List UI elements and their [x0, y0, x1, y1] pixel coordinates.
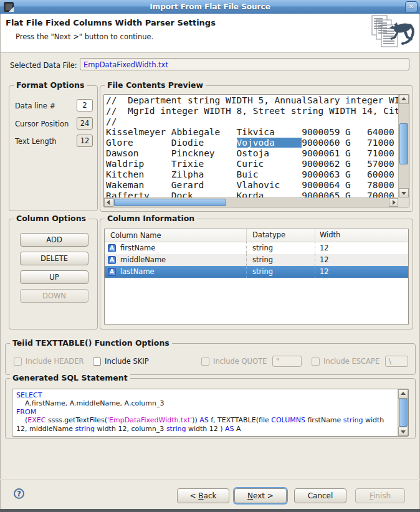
next-button[interactable]: Next >: [234, 488, 287, 503]
table-row-firstname[interactable]: AfirstName string 12: [105, 242, 408, 254]
text-length-row: Text Length 12: [15, 136, 93, 148]
texttable-options-title: Teiid TEXTTABLE() Function Options: [10, 338, 172, 348]
include-header-checkbox: Include HEADER: [14, 356, 84, 367]
text-length-field: 12: [77, 135, 93, 147]
button-mnemonic: B: [198, 491, 203, 500]
down-button: DOWN: [20, 289, 88, 303]
page-title: Flat File Fixed Columns Width Parser Set…: [6, 18, 216, 27]
file-preview-group: File Contents Preview // Department stri…: [100, 85, 413, 212]
datatype-cell: string: [247, 266, 315, 278]
table-row-middlename[interactable]: AmiddleName string 12: [105, 254, 408, 266]
arrow-down-icon: [401, 430, 406, 434]
width-cell: 12: [315, 254, 408, 266]
sql-statement-box[interactable]: SELECT A.firstName, A.middleName, A.colu…: [12, 389, 409, 437]
cursor-position-row: Cursor Position 24: [15, 118, 93, 130]
scroll-up-button[interactable]: [398, 389, 408, 399]
include-quote-label: Include QUOTE: [213, 356, 267, 367]
column-name-cell: firstName: [120, 242, 155, 254]
back-button[interactable]: < Back: [177, 488, 229, 503]
scroll-down-button[interactable]: [398, 427, 408, 436]
window-bottom-edge: [0, 509, 420, 512]
button-label-part: ack: [204, 491, 217, 500]
string-type-icon: A: [108, 256, 116, 264]
table-row-lastname-selected[interactable]: AlastName string 12: [105, 266, 408, 278]
column-options-title: Column Options: [14, 214, 88, 223]
checkbox-icon: [312, 358, 320, 366]
button-mnemonic: N: [247, 491, 253, 500]
arrow-up-icon: [401, 97, 406, 100]
arrow-down-icon: [401, 192, 406, 195]
sql-scrollbar-thumb[interactable]: [399, 399, 408, 427]
column-name-header: Column Name: [105, 229, 247, 242]
texttable-options-group: Teiid TEXTTABLE() Function Options Inclu…: [5, 343, 416, 375]
width-cell: 12: [315, 266, 408, 278]
window-title: Import From Flat File Source: [0, 0, 420, 14]
format-options-title: Format Options: [14, 80, 87, 90]
file-preview-title: File Contents Preview: [105, 80, 206, 90]
help-button[interactable]: ?: [14, 488, 24, 499]
selected-data-file-label: Selected Data File:: [10, 61, 77, 70]
preview-vertical-scrollbar[interactable]: [398, 95, 409, 197]
width-header: Width: [315, 229, 408, 242]
file-preview-text[interactable]: // Department string WIDTH 5, AnnualSala…: [104, 95, 398, 197]
scroll-right-button[interactable]: [389, 198, 398, 207]
string-type-icon: A: [108, 268, 116, 276]
generated-sql-group: Generated SQL Statement SELECT A.firstNa…: [5, 378, 416, 439]
button-label-part: <: [189, 491, 198, 500]
file-preview[interactable]: // Department string WIDTH 5, AnnualSala…: [103, 94, 409, 207]
sql-vertical-scrollbar[interactable]: [398, 389, 408, 436]
button-bar: ? < Back Next > Cancel Finish: [0, 479, 420, 510]
string-type-icon: A: [108, 244, 116, 252]
button-label-part: Cancel: [308, 491, 333, 500]
vertical-scrollbar-thumb[interactable]: [399, 123, 408, 164]
delete-button[interactable]: DELETE: [20, 252, 88, 265]
checkbox-icon: [201, 358, 209, 366]
cursor-position-field: 24: [77, 117, 93, 130]
width-cell: 12: [315, 242, 408, 254]
column-name-cell: middleName: [120, 254, 166, 266]
arrow-left-icon: [107, 200, 110, 205]
scroll-up-button[interactable]: [399, 95, 409, 104]
column-name-cell: lastName: [120, 266, 155, 278]
finish-button: Finish: [355, 488, 405, 503]
column-options-group: Column Options ADD DELETE UP DOWN: [9, 219, 98, 329]
column-table: Column Name Datatype Width AfirstName st…: [104, 229, 409, 325]
datatype-header: Datatype: [247, 229, 315, 242]
datatype-cell: string: [247, 242, 315, 254]
table-header: Column Name Datatype Width: [105, 229, 408, 242]
horizontal-scrollbar-thumb[interactable]: [114, 199, 226, 206]
datatype-cell: string: [247, 254, 315, 266]
data-line-label: Data line #: [15, 102, 55, 110]
titlebar: Import From Flat File Source ✕: [0, 0, 420, 14]
include-escape-checkbox: Include ESCAPE: [312, 356, 379, 367]
data-line-field[interactable]: 2: [77, 99, 93, 111]
close-button[interactable]: ✕: [405, 1, 418, 13]
text-length-label: Text Length: [15, 137, 57, 146]
scroll-down-button[interactable]: [399, 188, 409, 197]
teiid-wizard-icon: [370, 15, 416, 53]
format-options-group: Format Options Data line # 2 Cursor Posi…: [9, 85, 98, 211]
scrollbar-corner: [398, 197, 409, 207]
column-information-group: Column Information Column Name Datatype …: [100, 219, 413, 329]
cursor-position-label: Cursor Position: [15, 120, 69, 128]
include-quote-checkbox: Include QUOTE: [201, 356, 267, 367]
scroll-left-button[interactable]: [104, 198, 113, 207]
cancel-button[interactable]: Cancel: [294, 488, 346, 503]
column-information-title: Column Information: [105, 214, 197, 223]
arrow-up-icon: [401, 392, 406, 395]
quote-char-field: ": [272, 356, 302, 367]
add-button[interactable]: ADD: [20, 233, 88, 247]
help-icon: ?: [17, 490, 21, 498]
page-subtitle: Press the "Next >" button to continue.: [16, 32, 153, 41]
button-label-part: inish: [373, 491, 391, 500]
close-icon: ✕: [406, 2, 417, 12]
up-button[interactable]: UP: [20, 270, 88, 284]
preview-horizontal-scrollbar[interactable]: [104, 197, 398, 207]
sql-text: SELECT A.firstName, A.middleName, A.colu…: [12, 389, 398, 436]
include-escape-label: Include ESCAPE: [323, 356, 379, 367]
checkbox-icon[interactable]: [93, 358, 101, 366]
include-header-label: Include HEADER: [26, 356, 84, 367]
include-skip-checkbox[interactable]: Include SKIP: [93, 356, 149, 367]
selected-data-file-field[interactable]: EmpDataFixedWidth.txt: [80, 58, 409, 70]
checkbox-icon: [14, 358, 22, 366]
